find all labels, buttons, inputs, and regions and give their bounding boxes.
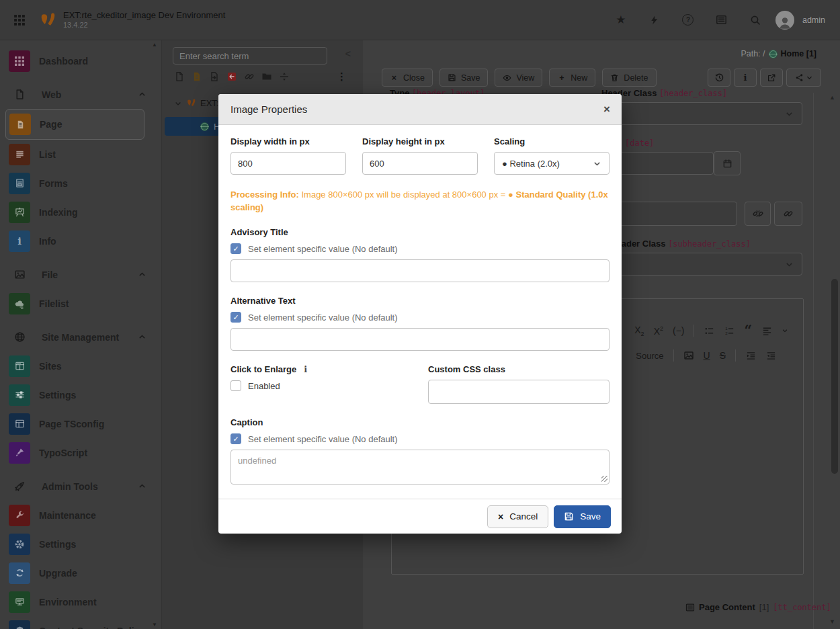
sidebar-group-admin-tools[interactable]: Admin Tools: [0, 472, 161, 501]
clear-cache-bolt-icon[interactable]: [641, 7, 668, 34]
chevron-down-icon: [806, 74, 813, 81]
indent-icon[interactable]: [745, 350, 756, 361]
subheader-class-select[interactable]: [597, 253, 802, 276]
new-folder-icon[interactable]: [261, 71, 272, 82]
sidebar-item-environment[interactable]: Environment: [0, 587, 161, 616]
sidebar-item-page-tsconfig[interactable]: Page TSconfig: [0, 409, 161, 438]
align-icon[interactable]: [761, 325, 772, 336]
source-button[interactable]: Source: [636, 351, 663, 361]
sidebar-item-content-security-policy[interactable]: Content Security Policy: [0, 616, 161, 629]
scroll-down-icon[interactable]: ▼: [829, 618, 835, 625]
special-character-icon[interactable]: (−): [673, 325, 685, 336]
sidebar-item-page[interactable]: Page: [5, 109, 144, 140]
close-button[interactable]: ×Close: [382, 69, 433, 87]
record-info-button[interactable]: i: [734, 69, 757, 87]
width-input[interactable]: [230, 152, 346, 175]
enabled-checkbox[interactable]: [230, 380, 241, 391]
sidebar-item-settings-site[interactable]: Settings: [0, 380, 161, 409]
module-grid-icon[interactable]: [0, 14, 39, 26]
breadcrumb-page[interactable]: Home [1]: [781, 49, 816, 58]
caption-checkbox[interactable]: ✓: [230, 433, 241, 444]
link-button[interactable]: [774, 202, 802, 226]
divider-icon[interactable]: [278, 71, 290, 82]
app-version: 13.4.22: [63, 21, 225, 30]
new-link-icon[interactable]: [243, 71, 255, 82]
page-tsconfig-icon: [9, 413, 30, 435]
alternative-text-input[interactable]: [230, 328, 610, 351]
sidebar-group-file[interactable]: File: [0, 260, 161, 289]
chevron-up-icon[interactable]: [138, 482, 146, 491]
chevron-down-icon: [785, 260, 794, 269]
cancel-button[interactable]: × Cancel: [487, 505, 548, 528]
sidebar-item-indexing[interactable]: Indexing: [0, 198, 161, 226]
tree-more-menu-icon[interactable]: ⋮: [337, 71, 347, 83]
sidebar-group-site-management[interactable]: Site Management: [0, 323, 161, 351]
sidebar-scroll-up-icon[interactable]: ▲: [152, 42, 157, 48]
chevron-up-icon[interactable]: [138, 90, 146, 99]
scaling-select[interactable]: ● Retina (2.0x): [494, 152, 610, 175]
tree-search-input[interactable]: [173, 47, 327, 65]
sidebar-item-typoscript[interactable]: TypoScript: [0, 438, 161, 467]
typo3-logo-icon[interactable]: [39, 11, 56, 29]
view-button[interactable]: View: [495, 69, 542, 87]
caption-label: Caption: [230, 417, 610, 427]
header-class-select[interactable]: [597, 102, 802, 125]
resize-grip[interactable]: [601, 476, 607, 482]
new-page-icon[interactable]: [173, 71, 185, 82]
avatar[interactable]: [775, 11, 794, 30]
sidebar-item-upgrade[interactable]: Upgrade: [0, 558, 161, 587]
advisory-title-input[interactable]: [230, 259, 610, 282]
sidebar-item-sites[interactable]: Sites: [0, 351, 161, 380]
system-information-icon[interactable]: [708, 7, 735, 34]
delete-button[interactable]: Delete: [602, 69, 656, 87]
collapse-tree-icon[interactable]: <: [345, 48, 351, 59]
outdent-icon[interactable]: [765, 350, 776, 361]
new-button[interactable]: +New: [549, 69, 595, 87]
sidebar-group-web[interactable]: Web: [0, 80, 161, 109]
close-icon[interactable]: ×: [603, 103, 610, 115]
new-frontend-user-page-icon[interactable]: [191, 71, 202, 82]
modal-save-button[interactable]: Save: [554, 505, 611, 528]
alternative-text-checkbox[interactable]: ✓: [230, 312, 241, 323]
bullet-list-icon[interactable]: [704, 325, 714, 336]
height-input[interactable]: [362, 152, 478, 175]
history-button[interactable]: [708, 69, 730, 87]
sidebar-item-info[interactable]: i Info: [0, 226, 161, 255]
numbered-list-icon[interactable]: [724, 325, 734, 336]
sidebar-item-dashboard[interactable]: Dashboard: [0, 46, 161, 75]
custom-css-input[interactable]: [428, 380, 610, 404]
strikethrough-icon[interactable]: S: [720, 350, 726, 361]
date-picker-button[interactable]: [714, 151, 741, 175]
chevron-up-icon[interactable]: [138, 333, 146, 341]
open-in-new-window-button[interactable]: [760, 69, 783, 87]
new-shortcut-page-icon[interactable]: [208, 71, 220, 82]
superscript-icon[interactable]: X2: [654, 325, 663, 337]
server-icon: [9, 591, 30, 613]
sidebar-item-maintenance[interactable]: Maintenance: [0, 501, 161, 530]
chevron-up-icon[interactable]: [138, 270, 146, 279]
sidebar-item-list[interactable]: List: [0, 140, 161, 169]
caption-textarea[interactable]: [230, 450, 610, 485]
scrollbar-thumb[interactable]: [831, 279, 838, 474]
chevron-down-icon[interactable]: [782, 325, 788, 336]
subscript-icon[interactable]: X2: [634, 325, 644, 337]
advisory-title-checkbox[interactable]: ✓: [230, 243, 241, 254]
save-button[interactable]: Save: [439, 69, 489, 87]
unlink-button[interactable]: [745, 202, 771, 226]
search-icon[interactable]: [742, 7, 769, 34]
share-button[interactable]: [786, 69, 821, 87]
username[interactable]: admin: [802, 15, 825, 25]
tree-root-node[interactable]: EXT:: [174, 98, 218, 108]
bookmark-star-icon[interactable]: ★: [607, 7, 634, 34]
sidebar-item-filelist[interactable]: Filelist: [0, 289, 161, 318]
sidebar-item-settings-admin[interactable]: Settings: [0, 530, 161, 558]
underline-icon[interactable]: U: [704, 350, 710, 361]
sidebar-scroll-down-icon[interactable]: ▼: [152, 622, 157, 628]
insert-image-icon[interactable]: [683, 350, 694, 361]
blockquote-icon[interactable]: “: [744, 327, 752, 335]
chevron-down-icon[interactable]: [174, 99, 182, 108]
scroll-up-icon[interactable]: ▲: [829, 94, 835, 101]
help-icon[interactable]: ?: [675, 7, 702, 34]
new-mountpoint-page-icon[interactable]: [226, 71, 237, 82]
sidebar-item-forms[interactable]: Forms: [0, 169, 161, 198]
